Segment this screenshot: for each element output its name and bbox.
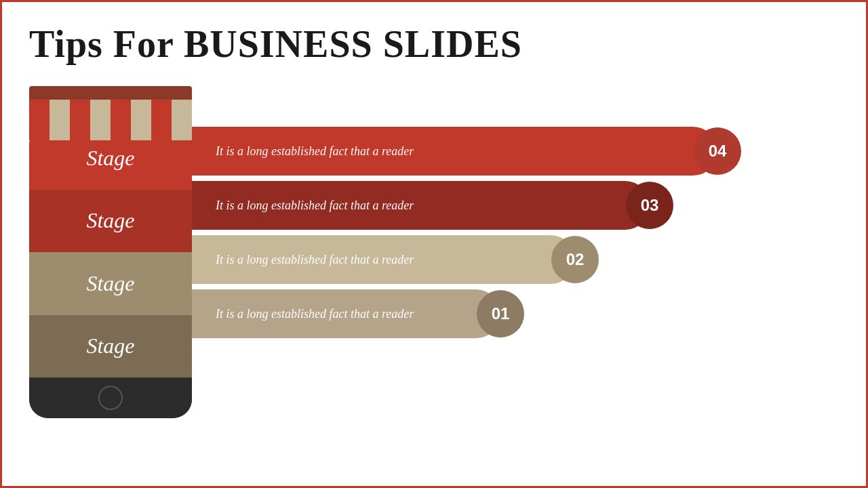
phone-stage-1-label: Stage (86, 333, 134, 359)
awning-strip-1 (29, 100, 50, 140)
awning-strip-5 (111, 100, 131, 140)
page: Tips For BUSINESS SLIDES (2, 2, 866, 486)
number-2-label: 02 (566, 250, 585, 269)
phone-bottom (29, 378, 192, 418)
awning (29, 86, 192, 140)
phone-body: Stage Stage Stage Stage (29, 127, 192, 418)
awning-strip-3 (70, 100, 90, 140)
page-title: Tips For BUSINESS SLIDES (29, 22, 839, 66)
bar-2: It is a long established fact that a rea… (189, 235, 575, 284)
bar-2-text: It is a long established fact that a rea… (216, 253, 575, 267)
bar-row-4: It is a long established fact that a rea… (189, 127, 839, 176)
number-circle-2: 02 (551, 236, 599, 283)
bar-3-text: It is a long established fact that a rea… (216, 199, 650, 213)
phone-home-button (98, 386, 123, 410)
number-circle-4: 04 (694, 127, 741, 175)
phone-stage-2-label: Stage (86, 271, 134, 296)
phone-row-stage-2: Stage (29, 252, 192, 315)
awning-strip-7 (151, 100, 172, 140)
awning-top (29, 86, 192, 100)
phone-illustration: Stage Stage Stage Stage (29, 86, 192, 378)
number-circle-3: 03 (626, 182, 673, 229)
number-3-label: 03 (641, 196, 659, 215)
bar-row-1: It is a long established fact that a rea… (189, 289, 839, 338)
phone-stage-3-label: Stage (86, 208, 134, 233)
bar-row-3: It is a long established fact that a rea… (189, 181, 839, 230)
bar-4-text: It is a long established fact that a rea… (216, 144, 717, 159)
number-4-label: 04 (709, 142, 727, 161)
bars-container: It is a long established fact that a rea… (189, 127, 839, 344)
number-1-label: 01 (492, 304, 510, 323)
bar-row-2: It is a long established fact that a rea… (189, 235, 839, 284)
awning-strip-2 (50, 100, 70, 140)
bar-1: It is a long established fact that a rea… (189, 289, 500, 338)
bar-3: It is a long established fact that a rea… (189, 181, 650, 230)
awning-strip-4 (90, 100, 111, 140)
bar-4: It is a long established fact that a rea… (189, 127, 717, 176)
main-content: Stage Stage Stage Stage (29, 86, 839, 378)
phone-screen: Stage Stage Stage Stage (29, 127, 192, 378)
number-circle-1: 01 (477, 290, 524, 338)
awning-strip-6 (131, 100, 151, 140)
phone-row-stage-3: Stage (29, 190, 192, 253)
phone-row-stage-1: Stage (29, 315, 192, 378)
awning-strips (29, 100, 192, 140)
awning-strip-8 (172, 100, 192, 140)
phone-stage-4-label: Stage (86, 146, 134, 171)
bar-1-text: It is a long established fact that a rea… (216, 307, 500, 321)
